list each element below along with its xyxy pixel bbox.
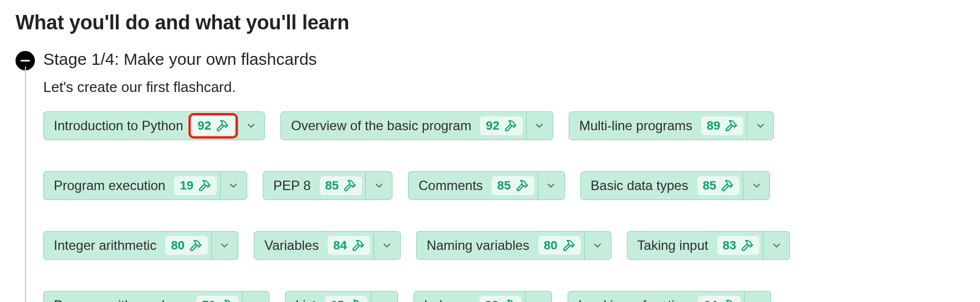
- topic-label: Taking input: [627, 238, 717, 253]
- score-pill: 92: [192, 116, 234, 135]
- stage-block: Stage 1/4: Make your own flashcards Let'…: [16, 50, 964, 302]
- hammer-icon: [562, 239, 575, 252]
- score-value: 85: [325, 178, 339, 193]
- chevron-down-icon[interactable]: [238, 112, 264, 140]
- hammer-icon: [351, 239, 365, 252]
- chevron-down-icon[interactable]: [747, 112, 773, 140]
- score-value: 38: [485, 298, 498, 302]
- hammer-icon: [504, 119, 517, 132]
- score-value: 64: [703, 298, 717, 302]
- hammer-icon: [198, 179, 211, 192]
- topic-label: Overview of the basic program: [281, 118, 480, 134]
- hammer-icon: [741, 239, 754, 252]
- topic-chip[interactable]: Introduction to Python92: [43, 111, 265, 140]
- chevron-down-icon[interactable]: [365, 172, 392, 199]
- chevron-down-icon[interactable]: [526, 112, 553, 140]
- hammer-icon: [189, 239, 202, 252]
- topic-label: Multi-line programs: [569, 118, 701, 134]
- topic-chip[interactable]: Program execution19: [43, 171, 247, 200]
- hammer-icon: [343, 179, 356, 192]
- topic-label: Program execution: [44, 178, 174, 193]
- score-pill: 19: [174, 176, 216, 195]
- score-pill: 80: [538, 236, 580, 255]
- topic-chip[interactable]: Indexes38: [414, 291, 553, 302]
- score-pill: 80: [165, 236, 207, 255]
- hammer-icon: [220, 299, 233, 302]
- score-value: 80: [171, 238, 184, 253]
- chevron-down-icon[interactable]: [743, 172, 769, 199]
- hammer-icon: [722, 299, 735, 302]
- score-pill: 84: [328, 236, 370, 255]
- score-value: 85: [703, 178, 716, 193]
- hammer-icon: [721, 179, 734, 192]
- hammer-icon: [349, 299, 362, 302]
- score-value: 92: [197, 119, 211, 133]
- topic-chip[interactable]: Basic data types85: [580, 171, 770, 200]
- score-pill: 85: [697, 176, 739, 195]
- minus-icon: [21, 60, 30, 62]
- topic-chip[interactable]: Integer arithmetic80: [43, 231, 238, 260]
- score-pill: 85: [492, 176, 534, 195]
- topic-label: List: [285, 298, 325, 302]
- score-pill: 92: [480, 116, 522, 135]
- chevron-down-icon[interactable]: [242, 291, 269, 302]
- score-value: 84: [333, 238, 346, 253]
- topic-label: Introduction to Python: [44, 118, 192, 134]
- topic-chip[interactable]: Taking input83: [627, 231, 790, 260]
- chevron-down-icon[interactable]: [763, 232, 789, 259]
- topic-label: PEP 8: [263, 178, 320, 193]
- score-value: 19: [180, 178, 193, 193]
- score-value: 85: [497, 178, 511, 193]
- topic-label: Basic data types: [581, 178, 697, 193]
- score-value: 79: [202, 298, 215, 302]
- stage-heading: Stage 1/4: Make your own flashcards: [43, 50, 964, 69]
- topic-chip[interactable]: Multi-line programs89: [569, 111, 774, 140]
- topic-chip[interactable]: List65: [285, 291, 398, 302]
- topic-chip[interactable]: Overview of the basic program92: [280, 111, 553, 140]
- chevron-down-icon[interactable]: [525, 291, 552, 302]
- chevron-down-icon[interactable]: [744, 291, 770, 302]
- score-pill: 79: [196, 296, 238, 302]
- score-pill: 89: [701, 116, 743, 135]
- score-pill: 83: [717, 236, 759, 255]
- section-title: What you'll do and what you'll learn: [16, 11, 964, 34]
- topic-chip[interactable]: Program with numbers79: [43, 291, 269, 302]
- score-value: 83: [723, 238, 736, 253]
- chevron-down-icon[interactable]: [211, 232, 238, 259]
- topic-chip[interactable]: PEP 885: [263, 171, 392, 200]
- chevron-down-icon[interactable]: [371, 291, 397, 302]
- chevron-down-icon[interactable]: [584, 232, 611, 259]
- hammer-icon: [216, 119, 229, 132]
- hammer-icon: [724, 119, 738, 132]
- topic-chips: Introduction to Python92Overview of the …: [43, 111, 964, 302]
- topic-chip[interactable]: Invoking a function64: [568, 291, 771, 302]
- chevron-down-icon[interactable]: [538, 172, 564, 199]
- topic-label: Integer arithmetic: [44, 238, 165, 253]
- topic-label: Variables: [254, 238, 328, 253]
- topic-label: Comments: [409, 178, 492, 193]
- score-pill: 85: [320, 176, 362, 195]
- hammer-icon: [503, 299, 516, 302]
- score-value: 89: [707, 119, 720, 133]
- score-value: 80: [544, 238, 557, 253]
- topic-chip[interactable]: Naming variables80: [416, 231, 611, 260]
- score-pill: 64: [698, 296, 740, 302]
- topic-label: Indexes: [414, 298, 479, 302]
- score-value: 65: [330, 298, 344, 302]
- topic-label: Naming variables: [417, 238, 538, 253]
- score-pill: 38: [479, 296, 522, 302]
- score-pill: 65: [325, 296, 367, 302]
- topic-label: Invoking a function: [568, 298, 698, 302]
- chevron-down-icon[interactable]: [220, 172, 247, 199]
- topic-chip[interactable]: Comments85: [408, 171, 565, 200]
- score-value: 92: [486, 119, 499, 133]
- chevron-down-icon[interactable]: [374, 232, 400, 259]
- hammer-icon: [515, 179, 529, 192]
- timeline-line: [25, 66, 26, 302]
- stage-description: Let's create our first flashcard.: [43, 79, 964, 96]
- topic-chip[interactable]: Variables84: [254, 231, 401, 260]
- topic-label: Program with numbers: [44, 298, 196, 302]
